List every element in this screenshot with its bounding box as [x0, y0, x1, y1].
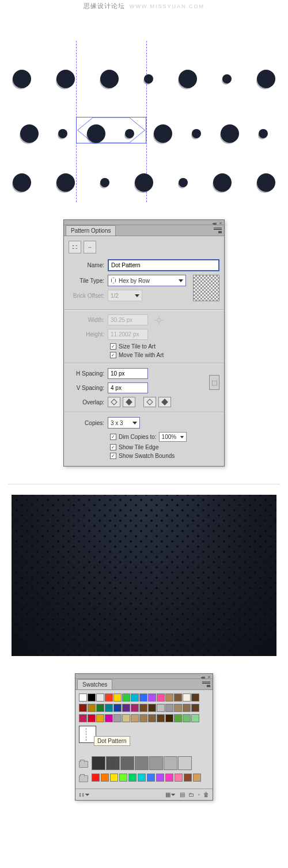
swatch-color[interactable]: [131, 704, 139, 712]
swatch-color[interactable]: [175, 774, 183, 782]
swatch-color[interactable]: [131, 693, 139, 702]
swatch-color[interactable]: [96, 714, 104, 722]
library-icon[interactable]: ⫾⫾⏷: [79, 791, 90, 798]
swatch-color[interactable]: [174, 704, 182, 712]
dot-row-3: [0, 173, 288, 192]
swatch-color[interactable]: [113, 714, 122, 722]
swatch-color[interactable]: [183, 693, 191, 702]
swatch-color[interactable]: [101, 774, 109, 782]
swatch-color[interactable]: [105, 693, 113, 702]
swatch-color[interactable]: [106, 756, 120, 770]
swatch-color[interactable]: [139, 704, 147, 712]
swatch-color[interactable]: [113, 704, 122, 712]
swatch-color[interactable]: [157, 704, 165, 712]
swatch-color[interactable]: [88, 693, 96, 702]
swatch-color[interactable]: [184, 774, 192, 782]
panel-menu-icon[interactable]: [214, 228, 222, 233]
collapse-icon[interactable]: [200, 673, 204, 680]
dim-copies-checkbox[interactable]: ✓Dim Copies to: 100%: [110, 432, 219, 442]
swatch-color[interactable]: [79, 693, 87, 702]
swatch-color[interactable]: [165, 714, 173, 722]
swatch-color[interactable]: [174, 714, 182, 722]
swatch-color[interactable]: [164, 756, 177, 770]
chevron-down-icon: [132, 422, 137, 424]
swatch-color[interactable]: [139, 714, 147, 722]
collapse-icon[interactable]: [212, 219, 215, 226]
dot-row-2: [0, 124, 288, 143]
swatch-color[interactable]: [96, 693, 104, 702]
swatch-color[interactable]: [156, 774, 164, 782]
folder-icon[interactable]: [79, 761, 88, 768]
swatch-color[interactable]: [128, 774, 137, 782]
swatch-color[interactable]: [191, 693, 199, 702]
swatch-color[interactable]: [148, 704, 156, 712]
swatch-color[interactable]: [135, 756, 149, 770]
swatch-color[interactable]: [131, 714, 139, 722]
swatch-color[interactable]: [165, 774, 173, 782]
copies-select[interactable]: 3 x 3: [108, 417, 140, 429]
swatch-color[interactable]: [122, 693, 130, 702]
svg-point-1: [157, 319, 161, 322]
delete-swatch-icon[interactable]: 🗑: [203, 791, 209, 798]
swatch-color[interactable]: [92, 756, 105, 770]
swatch-color[interactable]: [149, 756, 163, 770]
brick-offset-label: Brick Offset:: [69, 293, 104, 299]
swatch-color[interactable]: [148, 714, 156, 722]
swatch-color[interactable]: [79, 704, 87, 712]
name-input[interactable]: [108, 259, 219, 271]
swatch-options-icon[interactable]: ▤: [180, 791, 185, 798]
swatch-color[interactable]: [105, 714, 113, 722]
folder-icon[interactable]: [79, 775, 88, 782]
tile-expand-button[interactable]: ↔: [84, 241, 96, 253]
swatch-color[interactable]: [183, 704, 191, 712]
swatch-color[interactable]: [157, 714, 165, 722]
move-tile-checkbox[interactable]: ✓Move Tile with Art: [110, 352, 219, 358]
size-tile-checkbox[interactable]: ✓Size Tile to Art: [110, 343, 219, 350]
tile-edit-button[interactable]: ⛶: [69, 241, 81, 253]
h-spacing-input[interactable]: [108, 368, 148, 379]
new-swatch-icon[interactable]: ▫: [198, 791, 200, 798]
tile-type-select[interactable]: Hex by Row: [108, 275, 186, 286]
swatch-color[interactable]: [165, 693, 173, 702]
swatch-color[interactable]: [113, 693, 122, 702]
tab-pattern-options[interactable]: Pattern Options: [66, 225, 116, 236]
show-swatch-bounds-checkbox[interactable]: ✓Show Swatch Bounds: [110, 453, 219, 459]
new-group-icon[interactable]: 🗀: [188, 791, 194, 798]
swatch-color[interactable]: [191, 714, 199, 722]
overlap-bottom-button[interactable]: [158, 397, 171, 407]
show-tile-edge-checkbox[interactable]: ✓Show Tile Edge: [110, 444, 219, 450]
swatch-color[interactable]: [147, 774, 155, 782]
swatch-color[interactable]: [183, 714, 191, 722]
tab-swatches[interactable]: Swatches: [77, 679, 112, 689]
close-icon[interactable]: [219, 219, 222, 226]
swatch-color[interactable]: [119, 774, 127, 782]
swatch-color[interactable]: [122, 714, 130, 722]
swatch-color[interactable]: [193, 774, 201, 782]
swatch-color[interactable]: [157, 693, 165, 702]
swatch-color[interactable]: [79, 714, 87, 722]
swatch-color[interactable]: [88, 704, 96, 712]
v-spacing-input[interactable]: [108, 382, 148, 393]
show-kind-icon[interactable]: ▦⏷: [165, 791, 176, 798]
swatch-color[interactable]: [138, 774, 146, 782]
overlap-left-button[interactable]: [108, 397, 120, 407]
swatch-color[interactable]: [178, 756, 192, 770]
swatch-color[interactable]: [191, 704, 199, 712]
swatch-color[interactable]: [139, 693, 147, 702]
panel-menu-icon[interactable]: [202, 681, 210, 687]
swatch-color[interactable]: [148, 693, 156, 702]
overlap-top-button[interactable]: [143, 397, 156, 407]
swatch-color[interactable]: [105, 704, 113, 712]
swatch-color[interactable]: [122, 704, 130, 712]
swatch-color[interactable]: [110, 774, 118, 782]
dim-copies-percent[interactable]: 100%: [159, 432, 187, 442]
swatch-color[interactable]: [88, 714, 96, 722]
swatch-color[interactable]: [165, 704, 173, 712]
swatch-color[interactable]: [174, 693, 182, 702]
close-icon[interactable]: [207, 673, 211, 680]
link-spacing-button[interactable]: ⬚: [209, 375, 219, 390]
swatch-color[interactable]: [120, 756, 134, 770]
swatch-color[interactable]: [92, 774, 100, 782]
overlap-right-button[interactable]: [123, 397, 135, 407]
swatch-color[interactable]: [96, 704, 104, 712]
